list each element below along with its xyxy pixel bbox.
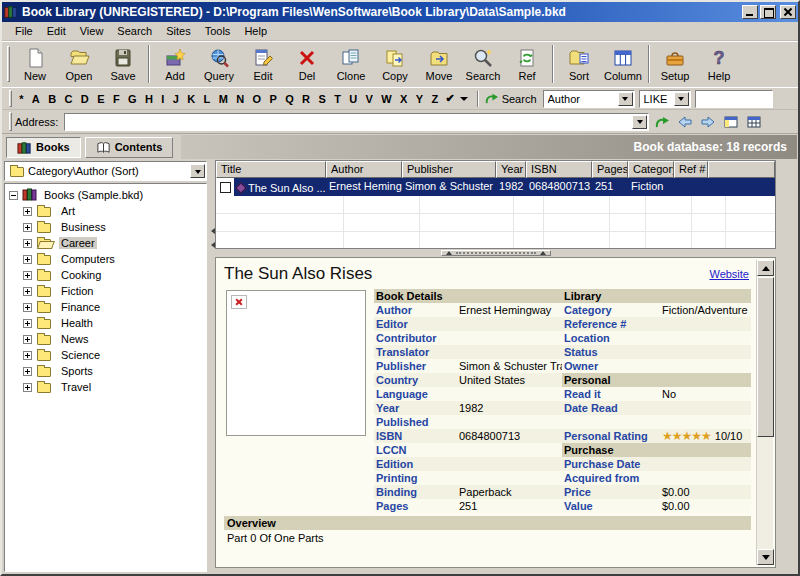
column-publisher[interactable]: Publisher xyxy=(402,161,496,178)
toolbar-grip[interactable] xyxy=(7,46,10,83)
scroll-down-icon[interactable] xyxy=(757,549,774,565)
alpha-filter-s[interactable]: S xyxy=(314,93,330,105)
search-operator-select[interactable]: LIKE xyxy=(639,90,691,108)
alpha-filter-y[interactable]: Y xyxy=(412,93,428,105)
addressbar-grip[interactable] xyxy=(9,112,12,130)
search-field-dropdown-icon[interactable] xyxy=(618,92,633,106)
tree-item-art[interactable]: Art xyxy=(23,203,206,219)
menu-item-file[interactable]: File xyxy=(8,23,40,39)
scroll-up-icon[interactable] xyxy=(757,260,774,276)
alpha-filter-k[interactable]: K xyxy=(183,93,199,105)
edit-button[interactable]: Edit xyxy=(241,43,285,85)
alphabar-grip[interactable] xyxy=(9,90,12,107)
alpha-filter-r[interactable]: R xyxy=(298,93,314,105)
tree-item-cooking[interactable]: Cooking xyxy=(23,267,206,283)
splitter-handle[interactable] xyxy=(441,250,551,256)
column-year[interactable]: Year xyxy=(496,161,526,178)
add-button[interactable]: Add xyxy=(153,43,197,85)
table-view-button[interactable] xyxy=(744,112,764,132)
tree-item-computers[interactable]: Computers xyxy=(23,251,206,267)
row-checkbox[interactable] xyxy=(220,182,231,193)
search-field-select[interactable]: Author xyxy=(543,90,635,108)
expand-icon[interactable] xyxy=(23,287,32,296)
alpha-filter-g[interactable]: G xyxy=(124,93,141,105)
minimize-button[interactable] xyxy=(742,5,758,19)
table-empty-row[interactable] xyxy=(216,232,775,249)
search-operator-dropdown-icon[interactable] xyxy=(674,92,689,106)
alpha-filter-m[interactable]: M xyxy=(214,93,232,105)
quick-search-label[interactable]: Search xyxy=(502,93,537,105)
alpha-filter-t[interactable]: T xyxy=(330,93,345,105)
sort-button[interactable]: Sort xyxy=(557,43,601,85)
alpha-filter-q[interactable]: Q xyxy=(281,93,298,105)
column-ref[interactable]: Ref # xyxy=(674,161,708,178)
expand-icon[interactable] xyxy=(23,351,32,360)
menu-item-edit[interactable]: Edit xyxy=(40,23,73,39)
alpha-filter-p[interactable]: P xyxy=(265,93,281,105)
column-button[interactable]: Column xyxy=(601,43,645,85)
setup-button[interactable]: Setup xyxy=(653,43,697,85)
menu-item-search[interactable]: Search xyxy=(110,23,159,39)
query-button[interactable]: Query xyxy=(197,43,241,85)
alpha-filter-w[interactable]: W xyxy=(377,93,396,105)
tree-item-health[interactable]: Health xyxy=(23,315,206,331)
address-combobox[interactable] xyxy=(64,113,649,131)
alpha-filter-x[interactable]: X xyxy=(396,93,412,105)
save-button[interactable]: Save xyxy=(101,43,145,85)
ref-button[interactable]: Ref xyxy=(505,43,549,85)
view-sort-select[interactable]: Category\Author (Sort) xyxy=(4,161,207,181)
open-button[interactable]: Open xyxy=(57,43,101,85)
alpha-filter-j[interactable]: J xyxy=(169,93,184,105)
close-button[interactable] xyxy=(780,5,796,19)
table-row-selected[interactable]: The Sun Also ... Ernest Heming... Simon … xyxy=(216,178,775,196)
column-isbn[interactable]: ISBN xyxy=(526,161,592,178)
column-pages[interactable]: Pages xyxy=(592,161,628,178)
expand-icon[interactable] xyxy=(23,319,32,328)
back-button[interactable] xyxy=(675,112,695,132)
quick-search-go-icon[interactable] xyxy=(484,91,499,106)
explorer-view-button[interactable] xyxy=(721,112,741,132)
tree-item-fiction[interactable]: Fiction xyxy=(23,283,206,299)
alpha-filter-o[interactable]: O xyxy=(248,93,265,105)
expand-icon[interactable] xyxy=(23,303,32,312)
alpha-filter-d[interactable]: D xyxy=(77,93,93,105)
expand-icon[interactable] xyxy=(23,383,32,392)
tree-item-travel[interactable]: Travel xyxy=(23,379,206,395)
move-button[interactable]: Move xyxy=(417,43,461,85)
column-author[interactable]: Author xyxy=(326,161,402,178)
alpha-filter-v[interactable]: V xyxy=(361,93,377,105)
expand-icon[interactable] xyxy=(23,271,32,280)
tab-books[interactable]: Books xyxy=(6,137,81,158)
delete-button[interactable]: Del xyxy=(285,43,329,85)
tree-item-business[interactable]: Business xyxy=(23,219,206,235)
view-sort-dropdown-icon[interactable] xyxy=(190,164,205,178)
alpha-filter-h[interactable]: H xyxy=(141,93,157,105)
column-title[interactable]: Title xyxy=(216,161,326,178)
table-empty-row[interactable] xyxy=(216,214,775,232)
expand-icon[interactable] xyxy=(23,223,32,232)
new-button[interactable]: New xyxy=(13,43,57,85)
scroll-thumb[interactable] xyxy=(757,277,774,437)
address-go-button[interactable] xyxy=(652,112,672,132)
website-link[interactable]: Website xyxy=(709,268,749,280)
tree-item-news[interactable]: News xyxy=(23,331,206,347)
detail-scrollbar[interactable] xyxy=(756,260,773,565)
quick-search-input[interactable] xyxy=(695,90,773,108)
collapse-icon[interactable] xyxy=(9,191,18,200)
tree-item-career[interactable]: Career xyxy=(23,235,206,251)
expand-icon[interactable] xyxy=(23,207,32,216)
alpha-filter-a[interactable]: A xyxy=(28,93,44,105)
vertical-splitter[interactable] xyxy=(207,160,215,574)
expand-icon[interactable] xyxy=(23,255,32,264)
copy-button[interactable]: Copy xyxy=(373,43,417,85)
menu-item-sites[interactable]: Sites xyxy=(159,23,197,39)
expand-icon[interactable] xyxy=(23,239,32,248)
alpha-filter-check-icon[interactable]: ✔ xyxy=(442,92,457,105)
alpha-filter-n[interactable]: N xyxy=(232,93,248,105)
tab-contents[interactable]: Contents xyxy=(85,137,174,158)
menu-item-view[interactable]: View xyxy=(73,23,111,39)
expand-icon[interactable] xyxy=(23,367,32,376)
menu-item-tools[interactable]: Tools xyxy=(198,23,238,39)
alpha-filter-i[interactable]: I xyxy=(157,93,168,105)
help-button[interactable]: ? Help xyxy=(697,43,741,85)
